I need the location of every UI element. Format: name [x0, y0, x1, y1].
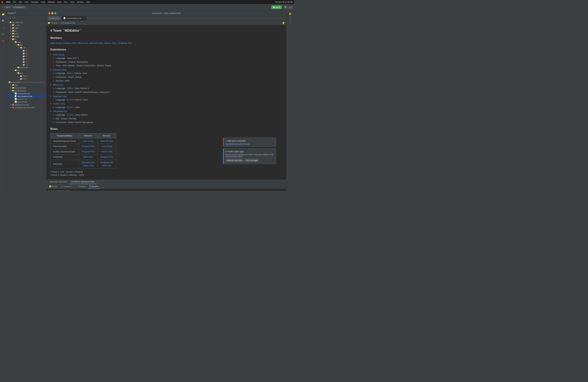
tab-close-icon[interactable]: ✕ — [83, 17, 84, 19]
toolbar-icon-1[interactable]: 🔍 — [284, 5, 288, 9]
tree-item-hw2-p2[interactable]: ▾ 📁 hw2-problem2 — [7, 89, 46, 92]
tree-item-class6[interactable]: ☕ Ut... — [7, 63, 46, 66]
right-panel-label[interactable]: Notifications — [289, 16, 291, 24]
window-close-button[interactable] — [48, 12, 50, 14]
window-maximize-button[interactable] — [54, 12, 56, 14]
settings-icon[interactable]: ⚙ — [14, 17, 15, 19]
p2-planning-link[interactable]: Hyeli Jeong — [102, 145, 112, 148]
tree-item-md-editor[interactable]: ▾ 📁 md_editor [sd] — [7, 21, 46, 24]
sidebar-debug-icon[interactable]: 🐞 — [1, 39, 6, 43]
sidebar-project-icon[interactable]: 📁 — [1, 12, 6, 17]
tree-item-gradle2[interactable]: ▶ 📁 gradle — [7, 35, 46, 38]
p1-dev-link1[interactable]: Hyeonsik Ham — [82, 161, 95, 164]
tree-item-gradle[interactable]: ▶ 📁 .gradle — [7, 24, 46, 26]
tree-item-com[interactable]: ▾ 📁 com. — [7, 46, 46, 49]
apple-icon[interactable]: 🍎 — [1, 1, 4, 3]
tab-services[interactable]: ⚙ Services — [88, 184, 100, 189]
menu-edit[interactable]: Edit — [19, 1, 22, 3]
menu-tools[interactable]: Tools — [70, 1, 74, 3]
p2-dev-leader-link[interactable]: Hyeonsik Ham — [101, 140, 113, 142]
tree-item-test[interactable]: ▾ 📁 test — [7, 69, 46, 72]
member-link-hyeonsik[interactable]: Hyeonsik Ham — [89, 42, 103, 44]
tree-item-src[interactable]: ▾ 📁 src — [7, 38, 46, 41]
sidebar-vcs-icon[interactable]: ⎇ — [1, 25, 6, 30]
tree-item-ext-libs[interactable]: ▶ 📚 External Libraries — [7, 103, 46, 106]
file-path-text[interactable]: hw2-problem2.md — [61, 22, 75, 24]
toolbar-icon-2[interactable]: ⚙ — [288, 5, 292, 9]
menu-refactor[interactable]: Refactor — [48, 1, 55, 3]
tree-item-hw2pdf[interactable]: 📄 homework2.pdf — [7, 92, 46, 95]
tree-item-test-java[interactable]: ▾ 📁 java — [7, 72, 46, 74]
notifications-panel-icon[interactable]: 🔔 — [289, 13, 291, 15]
sidebar-run-icon[interactable]: ▶ — [1, 32, 6, 37]
p1-presenters-link[interactable]: Minsu Sun — [84, 156, 93, 158]
member-link-yonghwan[interactable]: Yonghwan Kim — [118, 42, 132, 44]
sidebar-search-icon[interactable]: 🔍 — [1, 19, 6, 23]
error-details-link[interactable]: See details and submit report — [226, 143, 249, 145]
file-tab-homework2[interactable]: homework2 — [48, 16, 61, 20]
menu-run[interactable]: Run — [64, 1, 67, 3]
tree-item-jacoco1[interactable]: 📊 jacoco1.csv — [7, 98, 46, 101]
project-badge[interactable]: sd ▾ — [5, 6, 11, 9]
menu-window[interactable]: Window — [77, 1, 84, 3]
apply-code-style-button[interactable]: Apply the code style — [226, 159, 243, 162]
exp-hyeonsik-name[interactable]: Hyeonsik Ham — [53, 95, 67, 98]
member-link-hyeli[interactable]: Hyeli Jeong — [50, 42, 62, 44]
menu-file[interactable]: File — [13, 1, 16, 3]
tree-item-class5[interactable]: ☕ Si... — [7, 60, 46, 63]
p1-dev-link2[interactable]: Hawoo Jung — [83, 165, 94, 167]
collapse-all-icon[interactable]: ⊟ — [7, 17, 9, 19]
menu-help[interactable]: Help — [86, 1, 90, 3]
tab-terminal[interactable]: ⬛ Terminal — [74, 184, 86, 189]
file-tab-hw2problem2[interactable]: 📝 hw2-problem2.md ✕ — [62, 16, 86, 20]
p2-dev-link1[interactable]: Yonghwan Kim — [100, 161, 113, 164]
tree-item-resources[interactable]: ▶ 📁 resources — [7, 66, 46, 69]
tree-item-jacoco2[interactable]: 📊 jacoco2.csv — [7, 101, 46, 103]
notifications-toggle[interactable]: 🔔 — [282, 22, 285, 24]
tree-item-hw2md[interactable]: 📝 hw2-problem2.md — [7, 95, 46, 98]
sync-icon[interactable]: ↺ — [12, 17, 13, 19]
run-task-item[interactable]: ▾ ▶ run: Running task — [48, 190, 285, 191]
p1-dev-leader-link[interactable]: Hyeli Jeong — [83, 140, 93, 142]
exp-hawoo-name[interactable]: Hawoo Jung — [53, 103, 65, 105]
member-link-minsu[interactable]: Minsu Sun — [78, 42, 88, 44]
file-tree-scroll[interactable]: ▾ 📁 md_editor [sd] ▶ 📁 .gradle ▶ 📁 .idea… — [7, 20, 46, 191]
tab-todo[interactable]: ✅ TODO — [48, 184, 59, 189]
p2-qa-link[interactable]: Hawoo Jung — [101, 150, 112, 153]
tree-item-hw2-p1[interactable]: ▶ 📁 hw2-problem1 — [7, 86, 46, 89]
exp-minsu-name[interactable]: Minsu Sun — [53, 84, 63, 86]
p2-dev-link2[interactable]: Minsu Sun — [102, 165, 111, 167]
tree-item-hw2-idea[interactable]: ▶ 📁 .idea — [7, 84, 46, 86]
menu-build[interactable]: Build — [58, 1, 62, 3]
p1-qa-link[interactable]: Yonghwan Kim — [82, 150, 95, 153]
dont-ask-again-button[interactable]: Don't ask again — [245, 159, 259, 162]
project-dropdown-icon[interactable]: ▾ — [15, 12, 16, 14]
member-link-hawoo[interactable]: Hawoo Jung — [104, 42, 116, 44]
p1-planning-link[interactable]: Donghun Shin — [82, 145, 94, 148]
member-link-donghun[interactable]: Donghun Shin — [63, 42, 76, 44]
tree-item-main[interactable]: ▾ 📁 main — [7, 41, 46, 43]
tree-item-scratches[interactable]: ▶ ✏️ Scratches and Consoles — [7, 106, 46, 109]
run-button[interactable]: ▶ run ▾ — [272, 5, 282, 9]
exp-donghun-name[interactable]: Donghun Shin — [53, 68, 67, 71]
tree-item-class2[interactable]: ☕ Bl... — [7, 52, 46, 55]
branch-badge[interactable]: ⎇ develop ▾ — [12, 6, 26, 9]
tab-wysiwyg[interactable]: WYSIWYG Markdown Editor — [69, 180, 97, 184]
tree-item-class3[interactable]: ☕ M... — [7, 55, 46, 58]
project-path-text[interactable]: Project — [52, 22, 57, 24]
tree-item-class4[interactable]: ☕ M... — [7, 58, 46, 60]
tab-problems[interactable]: ⚠ Problems — [60, 184, 73, 189]
exp-hyeli-name[interactable]: Hyeli Jeong — [53, 53, 64, 56]
tree-item-class1[interactable]: ☕ Bl... — [7, 49, 46, 52]
menu-navigate[interactable]: Navigate — [31, 1, 38, 3]
tree-item-idea[interactable]: ▶ 📁 .idea — [7, 26, 46, 29]
expand-all-icon[interactable]: ⊞ — [9, 17, 11, 19]
menu-main[interactable]: Main — [6, 1, 10, 3]
tab-markdown-split[interactable]: Markdown Split Editor — [48, 180, 69, 184]
tree-item-java[interactable]: ▾ 📁 java — [7, 43, 46, 46]
menu-code[interactable]: Code — [41, 1, 45, 3]
window-minimize-button[interactable] — [51, 12, 53, 14]
menu-view[interactable]: View — [24, 1, 28, 3]
tree-item-build[interactable]: ▶ 📁 build — [7, 32, 46, 35]
p2-presenters-link[interactable]: Donghun Shin — [101, 156, 113, 158]
